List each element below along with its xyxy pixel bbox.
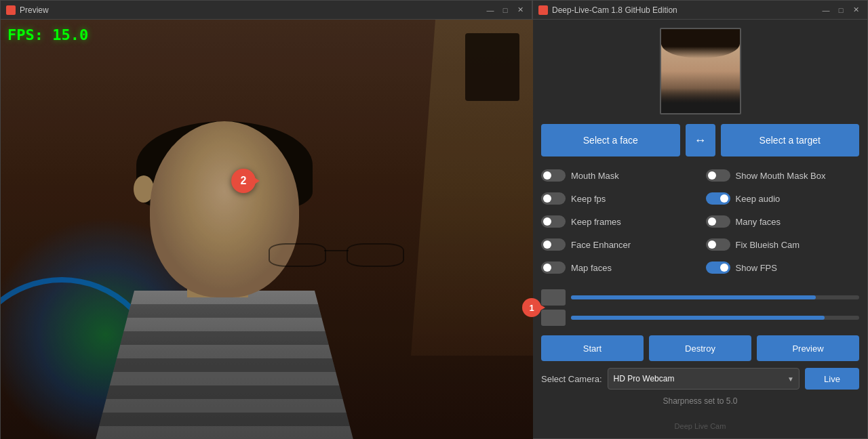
live-button[interactable]: Live (805, 368, 859, 390)
footer-text: Deep Live Cam (541, 422, 859, 430)
preview-titlebar-left: Preview (6, 5, 49, 15)
fps-label: FPS: (7, 26, 43, 43)
preview-app-icon (6, 5, 16, 15)
preview-maximize-button[interactable]: □ (499, 5, 511, 15)
preview-close-button[interactable]: ✕ (514, 5, 526, 15)
slider-1-track (571, 295, 859, 299)
slider-2-track (571, 316, 859, 320)
camera-row: Select Camera: HD Pro Webcam Built-in Ca… (541, 368, 859, 390)
map-faces-label: Map faces (571, 263, 612, 273)
option-keep-audio: Keep audio (706, 189, 860, 208)
keep-frames-label: Keep frames (571, 217, 621, 227)
face-img-suit (661, 88, 740, 113)
face-image-container (541, 28, 859, 114)
shirt-stripe-3 (96, 358, 353, 372)
map-faces-toggle[interactable] (541, 262, 566, 274)
keep-frames-slider[interactable] (541, 215, 566, 228)
option-fix-blueish: Fix Blueish Cam (706, 235, 860, 254)
face-enhancer-slider[interactable] (541, 238, 566, 251)
show-fps-toggle[interactable] (706, 262, 730, 274)
map-faces-slider[interactable] (541, 262, 566, 274)
selected-face-image (660, 28, 741, 114)
keep-audio-slider[interactable] (706, 192, 730, 205)
preview-titlebar-buttons: — □ ✕ (484, 5, 526, 15)
preview-content: FPS: 15.0 2 (1, 20, 533, 439)
preview-title: Preview (20, 5, 49, 15)
keep-fps-slider[interactable] (541, 192, 566, 205)
keep-fps-toggle[interactable] (541, 192, 566, 205)
main-window: Deep-Live-Cam 1.8 GitHub Edition — □ ✕ S… (532, 0, 868, 439)
swap-button[interactable]: ↔ (686, 124, 715, 156)
main-titlebar-left: Deep-Live-Cam 1.8 GitHub Edition (538, 5, 677, 15)
camera-label: Select Camera: (541, 374, 602, 384)
fix-blueish-label: Fix Blueish Cam (736, 240, 800, 250)
face-enhancer-toggle[interactable] (541, 238, 566, 251)
slider-row-2 (541, 310, 859, 326)
fix-blueish-slider[interactable] (706, 238, 730, 251)
shirt-stripe-1 (96, 304, 353, 318)
sliders-section: 1 (541, 287, 859, 329)
sharpness-text: Sharpness set to 5.0 (541, 396, 859, 406)
show-mouth-mask-slider[interactable] (706, 169, 730, 182)
sliders-badge: 1 (522, 298, 541, 317)
start-button[interactable]: Start (541, 335, 644, 361)
fps-display: FPS: 15.0 (7, 26, 88, 43)
right-glass (347, 243, 404, 267)
options-section: Mouth Mask Show Mouth Mask Box Keep fps (541, 163, 859, 280)
option-keep-fps: Keep fps (541, 189, 695, 208)
main-maximize-button[interactable]: □ (835, 5, 847, 15)
destroy-button[interactable]: Destroy (649, 335, 751, 361)
preview-window: Preview — □ ✕ (0, 0, 532, 439)
main-close-button[interactable]: ✕ (850, 5, 862, 15)
slider-1-thumb (541, 289, 566, 306)
camera-select[interactable]: HD Pro Webcam Built-in Camera Virtual Ca… (608, 368, 800, 390)
main-titlebar-buttons: — □ ✕ (820, 5, 862, 15)
person-body (41, 101, 380, 439)
many-faces-slider[interactable] (706, 215, 730, 228)
mouth-mask-slider[interactable] (541, 169, 566, 182)
face-img-hair (661, 29, 740, 58)
shirt-stripe-2 (96, 331, 353, 345)
shirt-stripe-5 (96, 413, 353, 426)
option-face-enhancer: Face Enhancer (541, 235, 695, 254)
main-minimize-button[interactable]: — (820, 5, 832, 15)
preview-titlebar: Preview — □ ✕ (1, 1, 532, 20)
show-fps-slider[interactable] (706, 262, 730, 274)
select-buttons-row: Select a face ↔ Select a target (541, 124, 859, 156)
keep-audio-label: Keep audio (736, 194, 781, 204)
show-fps-label: Show FPS (736, 263, 777, 273)
option-keep-frames: Keep frames (541, 212, 695, 231)
left-glass (269, 243, 326, 267)
many-faces-toggle[interactable] (706, 215, 730, 228)
option-show-fps: Show FPS (706, 258, 860, 277)
mouth-mask-toggle[interactable] (541, 169, 566, 182)
sliders-wrapper: 1 (541, 287, 859, 329)
camera-select-wrapper: HD Pro Webcam Built-in Camera Virtual Ca… (608, 368, 800, 390)
person-shirt (96, 291, 353, 439)
many-faces-label: Many faces (736, 217, 781, 227)
option-show-mouth-mask: Show Mouth Mask Box (706, 166, 860, 185)
slider-2-thumb (541, 310, 566, 326)
show-mouth-mask-toggle[interactable] (706, 169, 730, 182)
show-mouth-mask-label: Show Mouth Mask Box (736, 171, 826, 181)
preview-button[interactable]: Preview (757, 335, 859, 361)
mouth-mask-label: Mouth Mask (571, 171, 619, 181)
option-many-faces: Many faces (706, 212, 860, 231)
person-head (150, 121, 299, 297)
fix-blueish-toggle[interactable] (706, 238, 730, 251)
glass-bridge (324, 250, 349, 251)
face-img-bg (661, 29, 740, 113)
keep-fps-label: Keep fps (571, 194, 606, 204)
select-target-button[interactable]: Select a target (721, 124, 860, 156)
option-mouth-mask: Mouth Mask (541, 166, 695, 185)
main-app-icon (538, 5, 548, 15)
keep-frames-toggle[interactable] (541, 215, 566, 228)
select-face-button[interactable]: Select a face (541, 124, 680, 156)
dark-object (465, 33, 519, 101)
fps-value: 15.0 (52, 26, 88, 43)
option-map-faces: Map faces (541, 258, 695, 277)
keep-audio-toggle[interactable] (706, 192, 730, 205)
slider-row-1 (541, 289, 859, 306)
preview-minimize-button[interactable]: — (484, 5, 496, 15)
main-content: Select a face ↔ Select a target Mouth Ma… (533, 20, 867, 438)
